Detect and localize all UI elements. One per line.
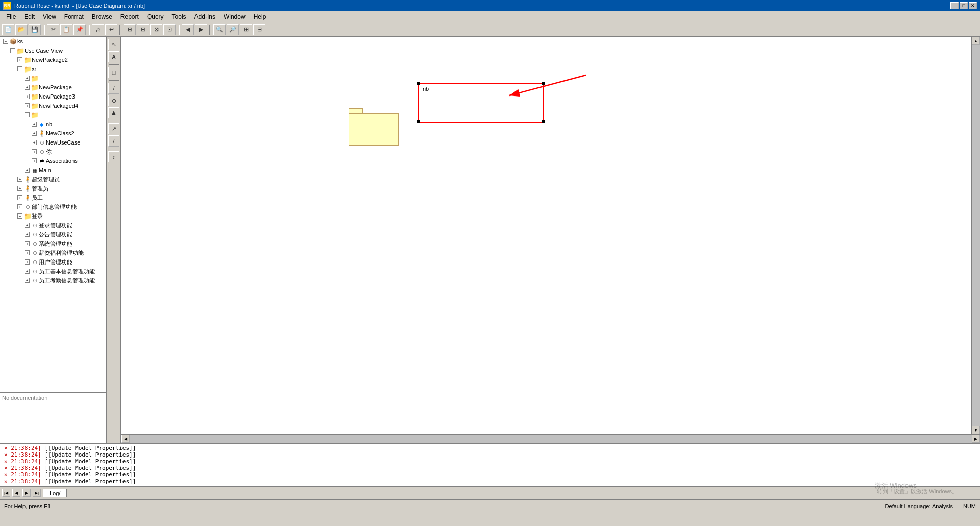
menu-tools[interactable]: Tools xyxy=(168,12,190,21)
tb-undo[interactable]: ↩ xyxy=(105,24,117,35)
expand-noticemgmt[interactable]: + xyxy=(24,232,30,237)
tree-item-deptmgmt[interactable]: +⊙部门信息管理功能 xyxy=(0,202,106,211)
expand-xr-folder[interactable]: + xyxy=(24,76,30,81)
expand-newpackaged4[interactable]: + xyxy=(24,103,30,108)
expand-ks[interactable]: − xyxy=(3,39,8,44)
expand-welfmgmt[interactable]: + xyxy=(24,250,30,255)
tree-item-xr-folder2[interactable]: −📁 xyxy=(0,110,106,119)
tb-new[interactable]: 📄 xyxy=(2,24,14,35)
menu-format[interactable]: Format xyxy=(60,12,88,21)
expand-main[interactable]: + xyxy=(24,168,30,173)
tb-fit2[interactable]: ⊟ xyxy=(253,24,265,35)
minimize-button[interactable]: ─ xyxy=(950,2,959,9)
tb-zoomout[interactable]: 🔎 xyxy=(227,24,239,35)
tb-diag2[interactable]: ⊟ xyxy=(137,24,149,35)
tree-item-empattemgmt[interactable]: +⊙员工考勤信息管理功能 xyxy=(0,276,106,285)
tb-back[interactable]: ◀ xyxy=(182,24,194,35)
menu-view[interactable]: View xyxy=(39,12,60,21)
tree-item-newusecase[interactable]: +⊙NewUseCase xyxy=(0,138,106,147)
expand-supermgr[interactable]: + xyxy=(17,177,22,182)
expand-empbasemgmt[interactable]: + xyxy=(24,269,30,274)
tree-item-empbasemgmt[interactable]: +⊙员工基本信息管理功能 xyxy=(0,267,106,276)
expand-loginmgmt[interactable]: + xyxy=(24,223,30,228)
expand-login[interactable]: − xyxy=(17,213,22,219)
menu-help[interactable]: Help xyxy=(250,12,271,21)
tree-item-xr[interactable]: −📁xr xyxy=(0,64,106,74)
menu-report[interactable]: Report xyxy=(116,12,143,21)
expand-xr[interactable]: − xyxy=(17,66,22,71)
handle-bl[interactable] xyxy=(417,120,420,123)
vt-select[interactable]: ↖ xyxy=(108,39,119,50)
vscroll-up[interactable]: ▲ xyxy=(972,37,980,45)
tree-item-associations[interactable]: +⇌Associations xyxy=(0,156,106,165)
menu-addins[interactable]: Add-Ins xyxy=(190,12,219,21)
tree-item-sysmgmt[interactable]: +⊙系统管理功能 xyxy=(0,239,106,248)
vt-ellipse[interactable]: ⊙ xyxy=(108,95,119,106)
expand-usermgmt[interactable]: + xyxy=(24,259,30,265)
hscroll-left[interactable]: ◀ xyxy=(121,435,130,443)
tb-diag3[interactable]: ⊠ xyxy=(150,24,162,35)
expand-xr-folder2[interactable]: − xyxy=(24,112,30,117)
tree-item-nb[interactable]: +◆nb xyxy=(0,119,106,129)
tree-item-ks[interactable]: −📦ks xyxy=(0,37,106,46)
vt-line[interactable]: / xyxy=(108,83,119,94)
horizontal-scrollbar[interactable]: ◀ ▶ xyxy=(121,434,980,443)
diagram-folder[interactable] xyxy=(349,108,400,147)
expand-ni[interactable]: + xyxy=(32,149,37,154)
tree-item-login[interactable]: −📁登录 xyxy=(0,211,106,221)
expand-newpackage[interactable]: + xyxy=(24,85,30,90)
hscroll-track[interactable] xyxy=(130,435,972,443)
tb-paste[interactable]: 📌 xyxy=(74,24,86,35)
tree-item-newpackaged4[interactable]: +📁NewPackaged4 xyxy=(0,101,106,110)
vertical-scrollbar[interactable]: ▲ ▼ xyxy=(971,37,980,434)
tree-item-usecaseview[interactable]: −📁Use Case View xyxy=(0,46,106,55)
tree-item-welfmgmt[interactable]: +⊙薪资福利管理功能 xyxy=(0,248,106,257)
tree-view[interactable]: −📦ks−📁Use Case View+📁NewPackage2−📁xr+📁+📁… xyxy=(0,37,106,392)
menu-browse[interactable]: Browse xyxy=(88,12,116,21)
close-button[interactable]: ✕ xyxy=(969,2,977,9)
tb-open[interactable]: 📂 xyxy=(15,24,28,35)
tree-item-xr-folder[interactable]: +📁 xyxy=(0,74,106,83)
tb-print[interactable]: 🖨 xyxy=(92,24,104,35)
vt-resize[interactable]: ↕ xyxy=(108,151,119,162)
tree-item-usermgmt[interactable]: +⊙用户管理功能 xyxy=(0,257,106,267)
tb-cut[interactable]: ✂ xyxy=(47,24,59,35)
menu-query[interactable]: Query xyxy=(143,12,168,21)
tree-item-mgr[interactable]: +🧍管理员 xyxy=(0,184,106,193)
expand-associations[interactable]: + xyxy=(32,158,37,163)
tree-item-loginmgmt[interactable]: +⊙登录管理功能 xyxy=(0,221,106,230)
tb-zoomin[interactable]: 🔍 xyxy=(213,24,226,35)
hscroll-right[interactable]: ▶ xyxy=(972,435,980,443)
expand-newusecase[interactable]: + xyxy=(32,140,37,145)
tree-item-newpackage3[interactable]: +📁NewPackage3 xyxy=(0,92,106,101)
vt-rect[interactable]: □ xyxy=(108,67,119,78)
tree-item-newpackage2[interactable]: +📁NewPackage2 xyxy=(0,55,106,64)
expand-newpackage3[interactable]: + xyxy=(24,94,30,99)
diagram-canvas[interactable]: nb xyxy=(121,37,971,434)
tb-fwd[interactable]: ▶ xyxy=(195,24,207,35)
expand-mgr[interactable]: + xyxy=(17,186,22,191)
log-nav-end[interactable]: ▶| xyxy=(33,489,41,497)
vscroll-track[interactable] xyxy=(972,45,980,426)
expand-nb[interactable]: + xyxy=(32,122,37,127)
handle-br[interactable] xyxy=(542,120,545,123)
expand-newpackage2[interactable]: + xyxy=(17,57,22,62)
log-tab[interactable]: Log/ xyxy=(43,489,67,497)
tb-copy[interactable]: 📋 xyxy=(60,24,72,35)
expand-emp[interactable]: + xyxy=(17,195,22,200)
expand-newclass2[interactable]: + xyxy=(32,131,37,136)
tree-item-supermgr[interactable]: +🧍超级管理员 xyxy=(0,175,106,184)
tb-diag[interactable]: ⊞ xyxy=(124,24,136,35)
handle-tl[interactable] xyxy=(417,82,420,85)
vscroll-down[interactable]: ▼ xyxy=(972,426,980,434)
tree-item-emp[interactable]: +🧍员工 xyxy=(0,193,106,202)
handle-tr[interactable] xyxy=(542,82,545,85)
tb-save[interactable]: 💾 xyxy=(29,24,41,35)
log-nav-prev[interactable]: ◀ xyxy=(12,489,20,497)
tb-diag4[interactable]: ⊡ xyxy=(163,24,176,35)
tree-item-noticemgmt[interactable]: +⊙公告管理功能 xyxy=(0,230,106,239)
log-nav-start[interactable]: |◀ xyxy=(2,489,10,497)
tree-item-newpackage[interactable]: +📁NewPackage xyxy=(0,83,106,92)
tb-fit[interactable]: ⊞ xyxy=(240,24,252,35)
expand-sysmgmt[interactable]: + xyxy=(24,241,30,246)
